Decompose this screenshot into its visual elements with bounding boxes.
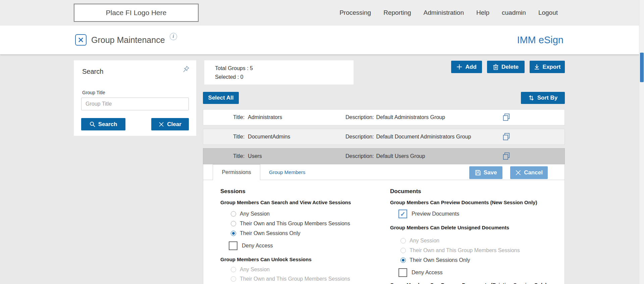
row-description: Description: Default Administrators Grou… <box>345 110 445 125</box>
copy-icon[interactable] <box>502 132 511 143</box>
group-maintenance-icon <box>75 34 87 46</box>
search-button-label: Search <box>98 121 117 128</box>
documents-column: Documents Group Members Can Preview Docu… <box>390 188 551 284</box>
nav-logout[interactable]: Logout <box>538 9 558 16</box>
perm-label-process-documents: Group Members Can Process Documents (Exi… <box>390 282 551 284</box>
option-label: Their Own and This Group Members Session… <box>240 221 350 227</box>
radio-checked[interactable] <box>400 258 406 263</box>
perm-label-search-view: Group Members Can Search and View Active… <box>220 199 370 206</box>
select-all-label: Select All <box>208 95 234 101</box>
nav-help[interactable]: Help <box>476 9 489 16</box>
pin-icon[interactable] <box>181 65 190 76</box>
radio-unchecked[interactable] <box>231 221 236 226</box>
radio-option-own-and-group-disabled[interactable]: Their Own and This Group Members Session… <box>400 245 551 255</box>
fi-logo-text: Place FI Logo Here <box>106 9 167 17</box>
radio-option-own-only[interactable]: Their Own Sessions Only <box>400 255 551 265</box>
nav-reporting[interactable]: Reporting <box>383 9 411 16</box>
trash-icon <box>493 64 498 70</box>
cancel-button-label: Cancel <box>524 169 543 176</box>
perm-label-preview: Group Members Can Preview Documents (New… <box>390 199 551 206</box>
select-all-button[interactable]: Select All <box>203 92 239 104</box>
search-panel: Search Group Title Search Clear <box>74 60 196 136</box>
vertical-scrollbar[interactable] <box>639 0 644 284</box>
radio-checked[interactable] <box>231 231 236 236</box>
nav-administration[interactable]: Administration <box>424 9 464 16</box>
option-label: Deny Access <box>412 270 442 276</box>
option-label: Their Own and This Group Members Session… <box>410 247 520 253</box>
toolbar-actions: Add Delete Export <box>451 61 565 73</box>
checkbox-unchecked[interactable] <box>398 268 407 277</box>
copy-icon[interactable] <box>502 113 511 123</box>
group-row-documentadmins[interactable]: Title: DocumentAdmins Description: Defau… <box>203 129 565 145</box>
tab-group-members[interactable]: Group Members <box>260 164 314 180</box>
title-prefix: Title: <box>233 134 245 140</box>
group-row-users-selected[interactable]: Title: Users Description: Default Users … <box>203 148 565 164</box>
group-title-input[interactable] <box>81 98 189 110</box>
top-navigation: Processing Reporting Administration Help… <box>339 0 558 25</box>
scrollbar-thumb[interactable] <box>640 53 644 82</box>
nav-processing[interactable]: Processing <box>339 9 371 16</box>
deny-access-checkbox-row[interactable]: Deny Access <box>229 241 370 251</box>
sort-by-button[interactable]: Sort By <box>521 92 565 104</box>
selected-count-text: Selected : 0 <box>215 73 354 81</box>
export-button[interactable]: Export <box>530 61 565 73</box>
groups-summary: Total Groups : 5 Selected : 0 <box>204 60 354 84</box>
preview-documents-checkbox-row[interactable]: Preview Documents <box>398 209 551 219</box>
save-button[interactable]: Save <box>469 166 502 179</box>
delete-button[interactable]: Delete <box>487 61 525 73</box>
tab-permissions-label: Permissions <box>222 169 251 175</box>
radio-disabled[interactable] <box>231 276 236 282</box>
search-icon <box>90 121 95 127</box>
copy-icon[interactable] <box>502 152 511 162</box>
radio-unchecked[interactable] <box>231 211 236 217</box>
option-label: Their Own and This Group Members Session… <box>240 276 350 282</box>
title-value: Administrators <box>248 114 282 120</box>
perm-label-unlock: Group Members Can Unlock Sessions <box>220 256 370 263</box>
option-label: Any Session <box>410 238 439 244</box>
group-title-label: Group Title <box>82 90 105 95</box>
clear-button[interactable]: Clear <box>151 118 189 130</box>
title-value: Users <box>248 153 262 159</box>
sort-by-label: Sort By <box>537 95 557 101</box>
radio-option-any-session-disabled[interactable]: Any Session <box>231 265 370 274</box>
radio-disabled[interactable] <box>231 267 236 272</box>
radio-option-own-and-group-disabled[interactable]: Their Own and This Group Members Session… <box>231 274 370 284</box>
sort-arrows-icon <box>528 95 534 101</box>
add-button-label: Add <box>465 64 476 70</box>
option-label: Preview Documents <box>412 211 459 217</box>
nav-user-cuadmin[interactable]: cuadmin <box>502 9 526 16</box>
row-title: Title: Administrators <box>233 110 282 125</box>
top-bar: Place FI Logo Here Processing Reporting … <box>0 0 644 25</box>
export-button-label: Export <box>543 64 561 70</box>
cancel-button[interactable]: Cancel <box>510 166 548 179</box>
radio-option-own-and-group[interactable]: Their Own and This Group Members Session… <box>231 219 370 228</box>
option-label: Their Own Sessions Only <box>410 257 470 263</box>
tab-permissions[interactable]: Permissions <box>213 164 260 180</box>
perm-label-delete-unsigned: Group Members Can Delete Unsigned Docume… <box>390 224 551 231</box>
search-button[interactable]: Search <box>81 118 125 130</box>
deny-access-checkbox-row[interactable]: Deny Access <box>398 268 551 278</box>
radio-option-any-session-disabled[interactable]: Any Session <box>400 236 551 245</box>
checkbox-unchecked[interactable] <box>229 241 237 250</box>
radio-disabled[interactable] <box>400 238 406 243</box>
desc-prefix: Description: <box>345 153 374 159</box>
row-title: Title: DocumentAdmins <box>233 129 290 145</box>
checkbox-checked[interactable] <box>398 210 407 218</box>
info-icon[interactable]: i <box>170 33 177 40</box>
row-description: Description: Default Document Administra… <box>345 129 471 145</box>
desc-value: Default Document Administrators Group <box>376 134 471 140</box>
option-label: Deny Access <box>242 243 273 249</box>
radio-option-own-only[interactable]: Their Own Sessions Only <box>231 228 370 238</box>
tab-group-members-label: Group Members <box>269 169 305 175</box>
row-description: Description: Default Users Group <box>345 149 425 164</box>
radio-option-any-session[interactable]: Any Session <box>231 209 370 219</box>
option-label: Any Session <box>240 267 270 273</box>
plus-icon <box>457 64 462 70</box>
total-groups-text: Total Groups : 5 <box>215 64 354 73</box>
delete-button-label: Delete <box>501 64 519 70</box>
fi-logo-placeholder: Place FI Logo Here <box>74 4 199 22</box>
add-button[interactable]: Add <box>451 61 482 73</box>
desc-value: Default Administrators Group <box>376 114 445 120</box>
group-row-administrators[interactable]: Title: Administrators Description: Defau… <box>203 109 565 125</box>
radio-disabled[interactable] <box>400 248 406 253</box>
